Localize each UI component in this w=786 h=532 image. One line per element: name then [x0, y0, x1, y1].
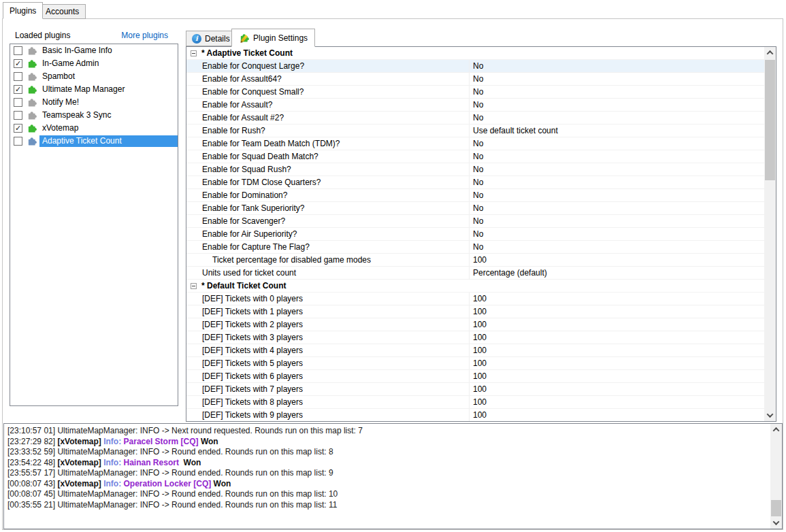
grid-row[interactable]: Enable for Capture The Flag?No: [186, 241, 764, 254]
grid-section-row[interactable]: * Default Ticket Count: [186, 280, 764, 293]
setting-value[interactable]: 100: [473, 383, 487, 395]
plugin-item[interactable]: ✓Ultimate Map Manager: [10, 83, 178, 96]
grid-row[interactable]: Units used for ticket countPercentage (d…: [186, 267, 764, 280]
settings-scrollbar[interactable]: [764, 47, 776, 421]
grid-row[interactable]: [DEF] Tickets with 9 players100: [186, 409, 764, 421]
settings-scrollbar-thumb[interactable]: [765, 60, 775, 180]
setting-value[interactable]: No: [473, 112, 483, 124]
setting-value[interactable]: Use default ticket count: [473, 124, 558, 137]
settings-grid[interactable]: * Adaptive Ticket CountEnable for Conque…: [186, 47, 764, 421]
grid-row[interactable]: Enable for Assault #2?No: [186, 112, 764, 124]
setting-value[interactable]: No: [473, 137, 483, 150]
setting-value[interactable]: No: [473, 189, 483, 201]
plugin-item[interactable]: Spambot: [10, 70, 178, 83]
plugin-checkbox[interactable]: [14, 137, 22, 146]
scroll-down-button[interactable]: [764, 410, 776, 421]
scroll-up-button[interactable]: [764, 47, 776, 59]
setting-value[interactable]: 100: [473, 409, 487, 421]
setting-value[interactable]: No: [473, 176, 483, 188]
chevron-down-icon: [773, 518, 780, 525]
plugin-list[interactable]: Basic In-Game Info✓In-Game AdminSpambot✓…: [10, 44, 178, 406]
plugin-checkbox[interactable]: [14, 111, 22, 120]
grid-row[interactable]: Enable for Scavenger?No: [186, 215, 764, 228]
grid-row[interactable]: [DEF] Tickets with 3 players100: [186, 331, 764, 344]
setting-value[interactable]: No: [473, 99, 483, 111]
collapse-minus-icon[interactable]: [191, 50, 197, 56]
grid-row[interactable]: Enable for Domination?No: [186, 189, 764, 202]
setting-value[interactable]: No: [473, 86, 483, 98]
setting-label: [DEF] Tickets with 8 players: [202, 396, 303, 408]
grid-row[interactable]: Enable for Assault64?No: [186, 73, 764, 86]
plugin-checkbox[interactable]: [14, 72, 22, 81]
grid-row[interactable]: Enable for Air Superiority?No: [186, 228, 764, 241]
setting-value[interactable]: No: [473, 73, 483, 85]
log-scrollbar-thumb[interactable]: [771, 500, 781, 516]
plugin-item[interactable]: ✓In-Game Admin: [10, 57, 178, 70]
grid-row[interactable]: Enable for Conquest Large?No: [186, 60, 764, 73]
plugin-item[interactable]: Notify Me!: [10, 96, 178, 109]
grid-row[interactable]: Enable for TDM Close Quarters?No: [186, 176, 764, 189]
plugin-item[interactable]: ✓xVotemap: [10, 122, 178, 135]
log-scroll-up-button[interactable]: [770, 424, 782, 435]
setting-value[interactable]: 100: [473, 396, 487, 408]
log-segment: [xVotemap]: [57, 458, 103, 467]
setting-value[interactable]: No: [473, 241, 483, 253]
log-scrollbar[interactable]: [770, 424, 782, 529]
setting-value[interactable]: No: [473, 202, 483, 214]
grid-row[interactable]: [DEF] Tickets with 1 players100: [186, 305, 764, 318]
plugin-item[interactable]: Teamspeak 3 Sync: [10, 109, 178, 122]
grid-row[interactable]: [DEF] Tickets with 8 players100: [186, 396, 764, 409]
setting-value[interactable]: No: [473, 163, 483, 176]
grid-row[interactable]: Enable for Conquest Small?No: [186, 86, 764, 99]
plugin-item[interactable]: Basic In-Game Info: [10, 44, 178, 57]
tab-plugins[interactable]: Plugins: [3, 2, 43, 19]
grid-row[interactable]: Enable for Team Death Match (TDM)?No: [186, 137, 764, 150]
puzzle-icon: [27, 46, 37, 56]
log-scroll-down-button[interactable]: [770, 517, 782, 529]
plugin-label: Teamspeak 3 Sync: [39, 110, 178, 121]
setting-value[interactable]: 100: [473, 357, 487, 369]
log-segment: [xVotemap]: [57, 479, 103, 488]
setting-value[interactable]: No: [473, 150, 483, 163]
grid-row[interactable]: [DEF] Tickets with 4 players100: [186, 344, 764, 357]
grid-row[interactable]: Enable for Squad Rush?No: [186, 163, 764, 176]
setting-value[interactable]: 100: [473, 318, 487, 331]
setting-value[interactable]: 100: [473, 344, 487, 356]
collapse-minus-icon[interactable]: [191, 283, 197, 289]
tab-details[interactable]: i Details: [186, 31, 236, 46]
grid-row[interactable]: Enable for Squad Death Match?No: [186, 150, 764, 163]
plugin-checkbox[interactable]: ✓: [14, 85, 22, 94]
setting-label: [DEF] Tickets with 5 players: [202, 357, 303, 369]
setting-value[interactable]: No: [473, 228, 483, 240]
grid-row[interactable]: Enable for Tank Superiority?No: [186, 202, 764, 215]
more-plugins-link[interactable]: More plugins: [10, 31, 168, 40]
grid-row[interactable]: Enable for Assault?No: [186, 99, 764, 112]
setting-value[interactable]: 100: [473, 254, 487, 266]
setting-label: Enable for Assault?: [202, 99, 272, 111]
grid-row[interactable]: Enable for Rush?Use default ticket count: [186, 124, 764, 137]
tab-accounts[interactable]: Accounts: [39, 4, 86, 19]
plugin-checkbox[interactable]: ✓: [14, 124, 22, 133]
tab-plugin-settings[interactable]: Plugin Settings: [231, 29, 315, 47]
setting-value[interactable]: 100: [473, 293, 487, 305]
chevron-down-icon: [767, 411, 774, 418]
grid-row[interactable]: [DEF] Tickets with 6 players100: [186, 370, 764, 383]
plugin-checkbox[interactable]: [14, 46, 22, 55]
grid-row[interactable]: [DEF] Tickets with 5 players100: [186, 357, 764, 370]
grid-row[interactable]: Ticket percentage for disabled game mode…: [186, 254, 764, 267]
setting-value[interactable]: 100: [473, 370, 487, 382]
grid-row[interactable]: [DEF] Tickets with 7 players100: [186, 383, 764, 396]
setting-label: Enable for Rush?: [202, 124, 265, 137]
plugin-checkbox[interactable]: ✓: [14, 59, 22, 68]
log-segment: Operation Locker [CQ]: [124, 479, 214, 488]
plugin-checkbox[interactable]: [14, 98, 22, 107]
setting-value[interactable]: 100: [473, 331, 487, 344]
grid-section-row[interactable]: * Adaptive Ticket Count: [186, 47, 764, 60]
setting-value[interactable]: No: [473, 60, 483, 72]
grid-row[interactable]: [DEF] Tickets with 2 players100: [186, 318, 764, 331]
setting-value[interactable]: Percentage (default): [473, 267, 547, 279]
setting-value[interactable]: 100: [473, 305, 487, 318]
setting-value[interactable]: No: [473, 215, 483, 227]
grid-row[interactable]: [DEF] Tickets with 0 players100: [186, 293, 764, 305]
plugin-item[interactable]: Adaptive Ticket Count: [10, 135, 178, 148]
